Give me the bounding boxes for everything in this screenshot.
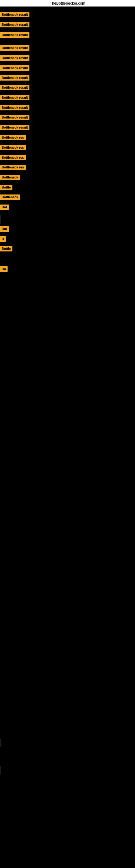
bottleneck-result-label-3: Bottleneck result bbox=[0, 32, 30, 38]
bottleneck-result-label-9: Bottleneck result bbox=[0, 95, 30, 100]
bottleneck-result-label-16: Bottleneck res bbox=[0, 165, 26, 170]
bottleneck-result-label-23: B bbox=[0, 236, 6, 242]
bottleneck-result-label-7: Bottleneck result bbox=[0, 75, 30, 81]
bottleneck-result-label-2: Bottleneck result bbox=[0, 22, 30, 27]
bottleneck-result-label-13: Bottleneck res bbox=[0, 135, 26, 140]
bottleneck-result-label-1: Bottleneck result bbox=[0, 12, 30, 18]
bottleneck-result-label-6: Bottleneck result bbox=[0, 65, 30, 71]
bottleneck-result-label-19: Bottleneck bbox=[0, 194, 20, 200]
bottleneck-result-label-15: Bottleneck res bbox=[0, 155, 26, 160]
bottleneck-result-label-22: Bot bbox=[0, 226, 9, 231]
bottleneck-result-label-5: Bottleneck result bbox=[0, 55, 30, 61]
bottleneck-result-label-26: Bo bbox=[0, 267, 8, 272]
bottleneck-result-label-4: Bottleneck result bbox=[0, 45, 30, 51]
bottleneck-result-label-18: Bottle bbox=[0, 185, 12, 190]
bottleneck-result-label-11: Bottleneck result bbox=[0, 115, 30, 120]
bottleneck-result-label-24: Bottle bbox=[0, 246, 12, 251]
bottleneck-result-label-17: Bottleneck bbox=[0, 175, 20, 180]
site-title: TheBottlenecker.com bbox=[0, 0, 135, 6]
bottleneck-result-label-14: Bottleneck res bbox=[0, 145, 26, 150]
bottleneck-result-label-8: Bottleneck result bbox=[0, 85, 30, 90]
bottleneck-result-label-10: Bottleneck result bbox=[0, 105, 30, 111]
bottleneck-result-label-12: Bottleneck result bbox=[0, 125, 30, 130]
bottleneck-result-label-20: Bot bbox=[0, 205, 9, 210]
